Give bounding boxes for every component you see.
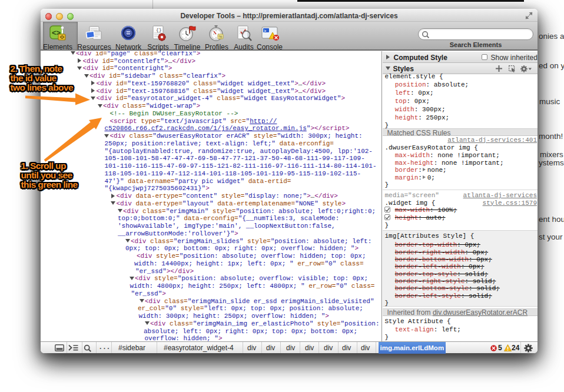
svg-text:>_: >_ — [264, 29, 269, 34]
svg-text:{}: {} — [156, 27, 162, 32]
svg-text:%: % — [219, 35, 223, 39]
